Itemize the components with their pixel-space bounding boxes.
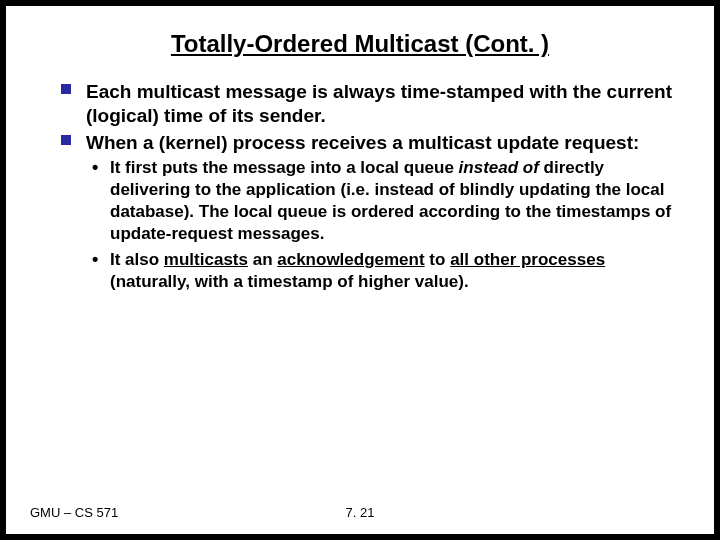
dot-bullet-icon: •: [92, 156, 98, 179]
text-part: to: [425, 250, 451, 269]
text-part: It also: [110, 250, 164, 269]
text-underline: all other processes: [450, 250, 605, 269]
slide: Totally-Ordered Multicast (Cont. ) Each …: [6, 6, 714, 534]
dot-bullet-icon: •: [92, 248, 98, 271]
text-part: It first puts the message into a local q…: [110, 158, 459, 177]
bullet-item-1: Each multicast message is always time-st…: [86, 80, 674, 129]
text-italic: instead of: [459, 158, 539, 177]
slide-content: Each multicast message is always time-st…: [6, 80, 714, 294]
bullet-text: Each multicast message is always time-st…: [86, 81, 672, 126]
slide-title: Totally-Ordered Multicast (Cont. ): [6, 6, 714, 80]
sub-bullet-1: • It first puts the message into a local…: [110, 157, 674, 245]
square-bullet-icon: [61, 135, 71, 145]
sub-bullet-2: • It also multicasts an acknowledgement …: [110, 249, 674, 293]
text-underline: multicasts: [164, 250, 248, 269]
bullet-item-2: When a (kernel) process receives a multi…: [86, 131, 674, 294]
footer-page-number: 7. 21: [6, 505, 714, 520]
text-part: an: [248, 250, 277, 269]
bullet-text: When a (kernel) process receives a multi…: [86, 132, 639, 153]
square-bullet-icon: [61, 84, 71, 94]
text-underline: acknowledgement: [277, 250, 424, 269]
text-part: (naturally, with a timestamp of higher v…: [110, 272, 469, 291]
sub-list: • It first puts the message into a local…: [86, 155, 674, 294]
